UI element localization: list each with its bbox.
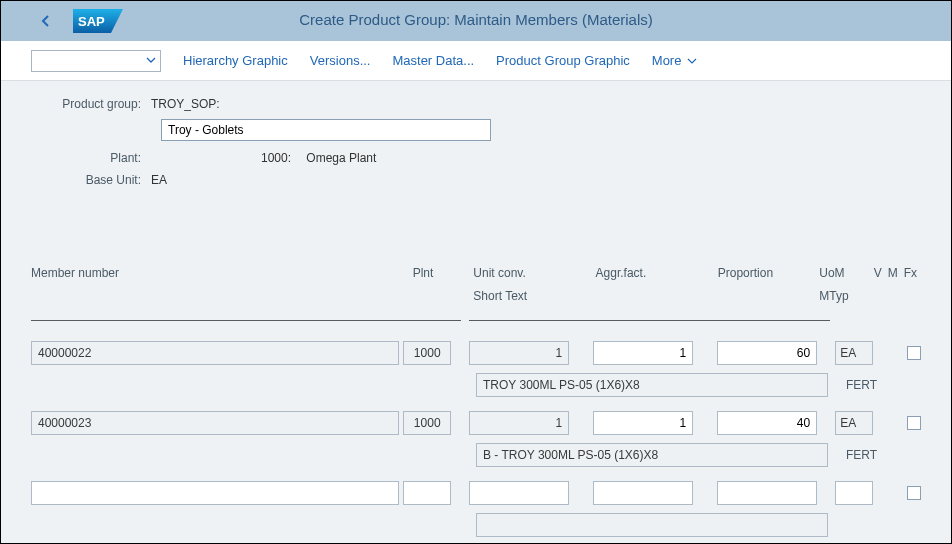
col-fx: Fx [904, 266, 917, 280]
base-unit-value: EA [151, 173, 167, 187]
uom-input[interactable] [835, 411, 873, 435]
plant-value: 1000: Omega Plant [151, 151, 376, 165]
table-header: Member number Plnt Unit conv. Short Text… [31, 266, 921, 314]
uom-input[interactable] [835, 341, 873, 365]
fx-checkbox[interactable] [907, 416, 921, 430]
unit-conv-input[interactable] [469, 341, 569, 365]
uom-input[interactable] [835, 481, 873, 505]
table-row-sub: FERT [31, 442, 921, 468]
page-title: Create Product Group: Maintain Members (… [299, 11, 652, 28]
menu-hierarchy-graphic[interactable]: Hierarchy Graphic [183, 53, 288, 68]
table-row [31, 340, 921, 366]
col-aggr-fact: Aggr.fact. [596, 266, 718, 280]
proportion-input[interactable] [717, 411, 817, 435]
titlebar: SAP Create Product Group: Maintain Membe… [1, 1, 951, 41]
unit-conv-input[interactable] [469, 481, 569, 505]
member-number-input[interactable] [31, 481, 399, 505]
col-plnt: Plnt [388, 266, 443, 280]
proportion-input[interactable] [717, 341, 817, 365]
menu-master-data[interactable]: Master Data... [392, 53, 474, 68]
svg-text:SAP: SAP [78, 14, 105, 29]
plant-input[interactable] [403, 341, 451, 365]
menu-versions[interactable]: Versions... [310, 53, 371, 68]
toolbar-dropdown[interactable] [31, 50, 161, 72]
plant-input[interactable] [403, 411, 451, 435]
plant-code: 1000: [151, 151, 291, 165]
col-member-number: Member number [31, 266, 388, 280]
base-unit-label: Base Unit: [31, 173, 151, 187]
fx-checkbox[interactable] [907, 486, 921, 500]
col-short-text: Short Text [473, 289, 595, 303]
back-button[interactable] [37, 12, 55, 30]
toolbar: Hierarchy Graphic Versions... Master Dat… [1, 41, 951, 81]
short-text-input [476, 443, 828, 467]
col-mtyp: MTyp [819, 289, 864, 303]
aggr-fact-input[interactable] [593, 411, 693, 435]
app-window: SAP Create Product Group: Maintain Membe… [0, 0, 952, 544]
member-number-input[interactable] [31, 341, 399, 365]
table-row-sub: FERT [31, 372, 921, 398]
aggr-fact-input[interactable] [593, 481, 693, 505]
product-group-description[interactable] [161, 119, 491, 141]
unit-conv-input[interactable] [469, 411, 569, 435]
menu-more-label: More [652, 53, 682, 68]
sap-logo: SAP [73, 9, 123, 33]
proportion-input[interactable] [717, 481, 817, 505]
plant-label: Plant: [31, 151, 151, 165]
members-table: Member number Plnt Unit conv. Short Text… [1, 266, 951, 538]
plant-input[interactable] [403, 481, 451, 505]
plant-name: Omega Plant [306, 151, 376, 165]
col-v: V [874, 266, 882, 280]
fx-checkbox[interactable] [907, 346, 921, 360]
menu-product-group-graphic[interactable]: Product Group Graphic [496, 53, 630, 68]
mtyp-value: FERT [846, 378, 877, 392]
col-m: M [888, 266, 898, 280]
col-uom: UoM [819, 266, 864, 280]
mtyp-value: FERT [846, 448, 877, 462]
form-area: Product group: TROY_SOP: Plant: 1000: Om… [1, 81, 951, 211]
col-unit-conv: Unit conv. [473, 266, 595, 280]
product-group-value: TROY_SOP: [151, 97, 220, 111]
product-group-label: Product group: [31, 97, 151, 111]
member-number-input[interactable] [31, 411, 399, 435]
chevron-down-icon [146, 54, 156, 68]
menu-more[interactable]: More [652, 53, 697, 68]
table-row [31, 410, 921, 436]
table-row [31, 480, 921, 506]
col-proportion: Proportion [718, 266, 820, 280]
short-text-input [476, 513, 828, 537]
table-row-sub [31, 512, 921, 538]
short-text-input [476, 373, 828, 397]
aggr-fact-input[interactable] [593, 341, 693, 365]
